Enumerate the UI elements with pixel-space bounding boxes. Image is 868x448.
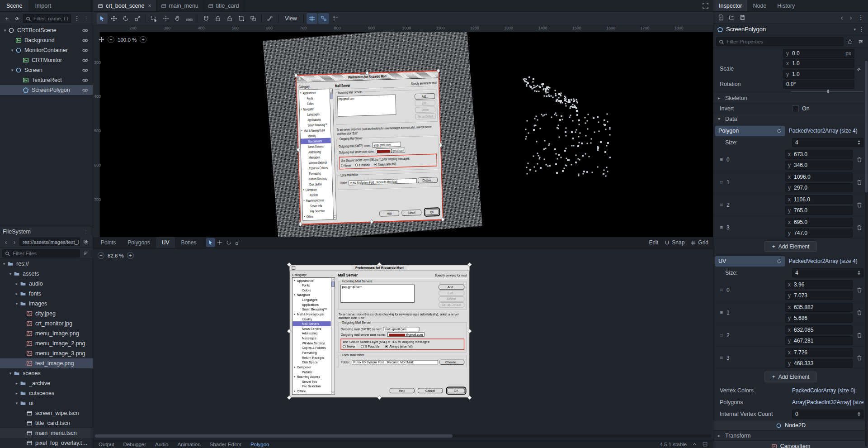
category-item[interactable]: Disk Space: [292, 360, 330, 365]
invert-checkbox[interactable]: [792, 105, 799, 112]
vector-y-field[interactable]: y346.0: [785, 161, 853, 170]
vector-x-field[interactable]: x695.0: [785, 218, 853, 227]
rotation-field[interactable]: 0.0°: [783, 80, 854, 89]
category-item[interactable]: ▼Mail & Newsgroups: [292, 312, 330, 317]
uv-tool-select-icon[interactable]: [206, 238, 215, 247]
filesystem-row[interactable]: title_card.tscn: [0, 418, 93, 428]
category-item[interactable]: Messages: [292, 336, 330, 341]
category-item[interactable]: Window Settings: [292, 341, 330, 346]
load-resource-icon[interactable]: [727, 13, 736, 22]
tab-uv[interactable]: UV: [156, 237, 175, 248]
bottom-tab-audio[interactable]: Audio: [155, 442, 168, 447]
property-tools-icon[interactable]: [856, 37, 865, 46]
drag-handle-icon[interactable]: ≡: [718, 224, 725, 231]
uv-tool-scale-icon[interactable]: [233, 238, 242, 247]
drag-handle-icon[interactable]: ≡: [718, 354, 725, 361]
filesystem-row[interactable]: city.jpeg: [0, 309, 93, 319]
filesystem-row[interactable]: pixel_fog_overlay.tscn: [0, 438, 93, 448]
uv-tool-move-icon[interactable]: [215, 238, 224, 247]
drag-handle-icon[interactable]: ≡: [718, 332, 725, 338]
choose-folder-button[interactable]: Choose...: [418, 177, 438, 183]
bottom-tab-polygon[interactable]: Polygon: [250, 442, 269, 447]
favorites-icon[interactable]: [845, 37, 854, 46]
ssl-radio-option[interactable]: Always (else fail): [385, 345, 413, 348]
lock-icon[interactable]: [212, 13, 223, 24]
scroll-up-icon[interactable]: ▲: [331, 278, 335, 281]
category-item[interactable]: Addressing: [292, 331, 330, 336]
scroll-down-icon[interactable]: ▼: [331, 391, 335, 395]
version-label[interactable]: 4.5.1.stable: [660, 442, 687, 447]
delete-element-icon[interactable]: [854, 310, 864, 316]
fs-forward-icon[interactable]: ›: [11, 238, 18, 246]
visibility-toggle-icon[interactable]: [82, 78, 90, 83]
set-default-button[interactable]: Set as Default: [415, 113, 436, 119]
delete-element-icon[interactable]: [854, 332, 864, 338]
scene-tree-row[interactable]: TextureRect: [0, 75, 93, 85]
filesystem-row[interactable]: ▾res://: [0, 259, 93, 269]
category-item[interactable]: Languages: [292, 297, 330, 302]
add-server-button[interactable]: Add...: [439, 285, 464, 290]
vertex-colors-type[interactable]: PackedColorArray (size 0): [792, 387, 863, 394]
fs-sort-icon[interactable]: [81, 249, 90, 258]
uv-zoom-level[interactable]: 82.6 %: [108, 253, 124, 258]
vector-y-field[interactable]: y297.0: [785, 183, 853, 192]
expand-bottom-panel-icon[interactable]: [692, 442, 697, 447]
filesystem-row[interactable]: menu_image.png: [0, 329, 93, 338]
new-resource-icon[interactable]: [716, 13, 725, 22]
category-list[interactable]: ▲ ▼ ▼AppearanceFontsColors▼NavigatorLang…: [292, 277, 335, 395]
expand-arrow-icon[interactable]: ▸: [14, 291, 20, 296]
polygon-size-field[interactable]: 4: [792, 138, 863, 147]
ok-button[interactable]: OK: [448, 388, 465, 393]
incoming-server-item[interactable]: pop.gmail.com: [341, 285, 414, 289]
filesystem-row[interactable]: menu_image_3.png: [0, 348, 93, 358]
category-item[interactable]: ▼Offline: [292, 389, 330, 394]
group-icon[interactable]: [236, 13, 247, 24]
grid-toggle-icon[interactable]: [307, 13, 317, 24]
help-button[interactable]: Help: [390, 388, 415, 393]
drag-handle-icon[interactable]: ≡: [718, 309, 725, 316]
scrollbar-thumb[interactable]: [865, 61, 868, 192]
uv-zoom-out-button[interactable]: −: [98, 252, 104, 259]
filesystem-row[interactable]: ▾images: [0, 299, 93, 309]
add-node-button[interactable]: +: [2, 14, 11, 23]
instance-scene-button[interactable]: [13, 14, 22, 23]
incoming-servers-list[interactable]: pop.gmail.com: [340, 285, 414, 303]
layout-panel-icon[interactable]: [703, 442, 708, 447]
vector-y-field[interactable]: y468.333: [785, 359, 853, 368]
internal-vertex-count-field[interactable]: 0: [792, 410, 863, 419]
scene-tree-row[interactable]: ▾MonitorContainer: [0, 45, 93, 55]
scene-tab-title-card[interactable]: title_card: [203, 0, 244, 11]
uv-size-field[interactable]: 4: [792, 268, 863, 277]
fs-filter-input[interactable]: [2, 249, 80, 257]
vector-y-field[interactable]: y467.281: [785, 336, 853, 345]
2d-viewport[interactable]: 2003004005006007008009001000110012001300…: [93, 25, 713, 237]
section-transform[interactable]: ▸Transform: [713, 431, 868, 441]
ssl-radio-option[interactable]: If Possible: [355, 163, 370, 167]
tool-list-select-icon[interactable]: [149, 13, 160, 24]
scroll-up-icon[interactable]: ▲: [330, 89, 332, 93]
uv-snap-button[interactable]: Snap: [665, 239, 684, 246]
smtp-user-field[interactable]: @gmail.com: [376, 148, 405, 153]
tab-bones[interactable]: Bones: [175, 237, 202, 248]
scene-tab-main-menu[interactable]: main_menu: [156, 0, 203, 11]
expand-arrow-icon[interactable]: ▾: [14, 401, 20, 405]
cancel-button[interactable]: Cancel: [418, 388, 443, 393]
revert-icon[interactable]: [777, 259, 782, 264]
vector-x-field[interactable]: x1096.0: [785, 172, 853, 181]
drag-handle-icon[interactable]: ≡: [718, 179, 725, 186]
bottom-tab-shader-editor[interactable]: Shader Editor: [210, 442, 241, 447]
inspector-filter-input[interactable]: [716, 37, 844, 46]
dock-splitter-grip[interactable]: ⋮: [82, 229, 90, 234]
tool-ruler-icon[interactable]: [184, 13, 195, 24]
visibility-toggle-icon[interactable]: [82, 28, 90, 33]
tool-select-icon[interactable]: [97, 13, 108, 24]
ungroup-icon[interactable]: [248, 13, 259, 24]
vector-y-field[interactable]: y5.686: [785, 314, 853, 323]
vector-x-field[interactable]: x1106.0: [785, 195, 853, 204]
scene-menu-kebab-icon[interactable]: ⋮: [72, 14, 81, 23]
drag-handle-icon[interactable]: ≡: [718, 201, 725, 208]
filesystem-row[interactable]: menu_image_2.png: [0, 338, 93, 348]
tab-import[interactable]: Import: [28, 0, 57, 11]
incoming-servers-list[interactable]: pop.gmail.com: [337, 95, 396, 117]
polygons-type[interactable]: Array[PackedInt32Array] (size: [792, 399, 863, 405]
